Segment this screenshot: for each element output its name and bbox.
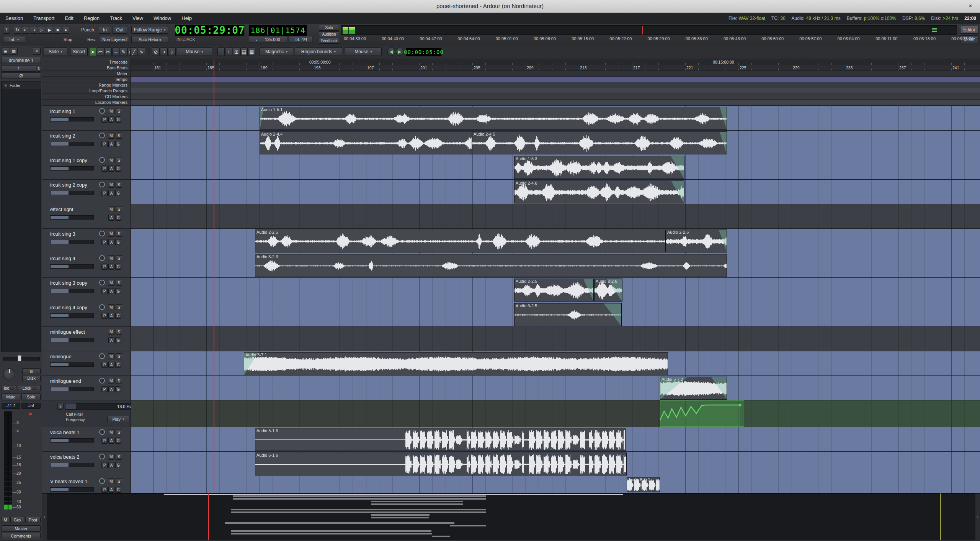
track-header-v-beats-moved-1[interactable]: V beats moved 1MSPAG xyxy=(42,476,131,493)
record-enable-button[interactable] xyxy=(99,182,105,187)
track-gain-fader[interactable] xyxy=(50,142,94,146)
loop-toggle-button[interactable]: ↻ xyxy=(14,26,21,34)
track-solo-button[interactable]: S xyxy=(116,378,122,384)
editor-canvas[interactable]: 00:05:00:0000:15:00:00181185189193197201… xyxy=(131,58,980,493)
ruler-row-2[interactable] xyxy=(131,71,980,77)
ruler-row-7[interactable] xyxy=(131,100,980,105)
sync-source-button[interactable]: Int. xyxy=(3,36,25,43)
secondary-clock[interactable]: 186|01|1574 xyxy=(249,25,307,36)
mouse-mode-dropdown[interactable]: Mouse xyxy=(177,48,212,56)
track-solo-button[interactable]: S xyxy=(116,329,122,335)
group-button[interactable]: G xyxy=(115,116,121,123)
nudge-forward-button[interactable]: ▶ xyxy=(396,48,403,56)
punch-in-button[interactable]: In xyxy=(99,26,111,34)
track-gain-fader[interactable] xyxy=(50,264,94,269)
track-solo-button[interactable]: S xyxy=(116,182,122,188)
titlebar[interactable]: pouet-shortened - Ardour (on Nordinateur… xyxy=(0,0,980,13)
track-lane-calf-filter-frequency[interactable] xyxy=(131,400,980,427)
nudge-backward-icon[interactable]: ⊘ xyxy=(152,48,160,56)
region-fade-out[interactable] xyxy=(720,107,727,130)
audio-region[interactable]: Audio 5-7.1 xyxy=(244,352,668,375)
ruler-label-location-markers[interactable]: Location Markers xyxy=(42,100,131,105)
nudge-forward-icon[interactable]: ◑ xyxy=(160,48,168,56)
track-solo-button[interactable]: S xyxy=(116,206,122,212)
track-lane-effect-right[interactable] xyxy=(131,204,980,229)
punch-out-button[interactable]: Out xyxy=(113,26,127,34)
track-lane-minilogue-effect[interactable] xyxy=(131,327,980,351)
ruler-row-1[interactable]: 1811851891931972012052092132172212252292… xyxy=(131,65,980,71)
track-gain-fader[interactable] xyxy=(50,338,94,342)
comments-button[interactable]: Comments xyxy=(2,533,41,539)
track-lane-minilogue[interactable]: Audio 5-7.1 xyxy=(131,351,980,376)
monitor-disk-button[interactable]: Disk xyxy=(22,375,41,381)
automation-button[interactable]: A xyxy=(108,487,114,493)
track-solo-button[interactable]: S xyxy=(116,478,122,484)
tool-draw-icon[interactable]: ✎ xyxy=(120,48,127,56)
go-end-button[interactable]: ⇥ xyxy=(30,26,37,34)
track-solo-button[interactable]: S xyxy=(116,255,122,261)
peak-display[interactable]: -inf xyxy=(21,403,41,409)
region-fade-out[interactable] xyxy=(720,132,727,154)
track-solo-button[interactable]: S xyxy=(116,231,122,237)
record-enable-button[interactable] xyxy=(99,157,105,163)
mute-button[interactable]: Mute xyxy=(2,393,20,400)
track-mute-button[interactable]: M xyxy=(108,133,114,139)
tool-object-icon[interactable]: ➤ xyxy=(89,48,96,56)
record-enable-button[interactable] xyxy=(99,304,105,310)
region-fade-out[interactable] xyxy=(671,181,684,203)
audio-region[interactable]: Audio 3-2.5 xyxy=(514,303,622,326)
track-lane-ircuit-sing-3[interactable]: Audio 2-2.5Audio 2-2.6 xyxy=(131,229,980,253)
zoom-mode-icon[interactable]: ▤ xyxy=(240,48,248,56)
group-button[interactable]: G xyxy=(115,362,121,368)
trim-knob[interactable] xyxy=(3,368,15,380)
ruler-row-3[interactable] xyxy=(131,77,980,82)
strip-input-button[interactable]: 1 xyxy=(1,65,36,72)
strip-track-name-button[interactable]: drumbrute 1 xyxy=(1,57,41,64)
track-gain-fader[interactable] xyxy=(50,117,94,121)
track-lane-volca-beats-1[interactable]: Audio 5-1.6 xyxy=(131,427,980,452)
ruler-label-meter[interactable]: Meter xyxy=(42,71,131,77)
region-fade-out[interactable] xyxy=(583,279,593,301)
track-header-ircuit-sing-4-copy[interactable]: ircuit sing 4 copyMSPAG xyxy=(42,302,131,327)
track-lane-ircuit-sing-1-copy[interactable]: Audio 1-5.3 xyxy=(131,155,980,180)
track-gain-fader[interactable] xyxy=(50,463,94,467)
primary-clock[interactable]: 00:05:29:07 xyxy=(175,25,245,36)
playlist-button[interactable]: P xyxy=(101,116,108,123)
post-button[interactable]: Post xyxy=(25,517,41,523)
solo-lock-button[interactable]: Lock xyxy=(18,385,41,391)
track-gain-fader[interactable] xyxy=(50,387,94,391)
record-enable-button[interactable] xyxy=(99,378,105,384)
group-button[interactable]: G xyxy=(115,190,121,196)
group-button[interactable]: G xyxy=(115,264,121,270)
playlist-button[interactable]: P xyxy=(101,239,108,245)
tool-content-icon[interactable]: ∿ xyxy=(138,48,145,56)
track-header-calf-filter-frequency[interactable]: ×18.0 HzCalf FilterFrequencyPlay xyxy=(42,400,131,427)
summary-scroll-left-icon[interactable]: ‹ xyxy=(42,493,47,540)
ruler-label-timecode[interactable]: Timecode xyxy=(42,59,131,65)
close-window-icon[interactable]: × xyxy=(965,0,976,12)
track-mute-button[interactable]: M xyxy=(108,378,114,384)
playlist-button[interactable]: P xyxy=(101,386,108,392)
track-solo-button[interactable]: S xyxy=(116,108,122,114)
automation-button[interactable]: A xyxy=(108,288,114,294)
play-button[interactable]: ▶ xyxy=(46,26,53,34)
automation-button[interactable]: A xyxy=(108,116,114,123)
playlist-button[interactable]: P xyxy=(101,166,108,172)
midi-panic-button[interactable]: ! xyxy=(3,26,10,34)
ruler-row-6[interactable] xyxy=(131,94,980,100)
group-button[interactable]: G xyxy=(115,462,121,468)
record-enable-button[interactable] xyxy=(99,280,105,285)
automation-button[interactable]: A xyxy=(108,386,114,392)
ruler-canvas[interactable]: 00:05:00:0000:15:00:00181185189193197201… xyxy=(131,59,980,105)
audio-region[interactable]: Audio 1-5.3 xyxy=(514,156,684,179)
track-header-ircuit-sing-4[interactable]: ircuit sing 4MSPAG xyxy=(42,253,131,278)
playlist-button[interactable]: P xyxy=(101,487,108,493)
track-lane-ircuit-sing-3-copy[interactable]: Audio 2-2.5Audio 2-2.6 xyxy=(131,278,980,302)
automation-button[interactable]: A xyxy=(108,239,114,245)
audio-region[interactable]: Audio 5-1.2 xyxy=(627,477,660,492)
tool-range-icon[interactable]: ▭ xyxy=(97,48,104,56)
ruler-label-range-markers[interactable]: Range Markers xyxy=(42,82,131,88)
summary-scroll-right-icon[interactable]: › xyxy=(975,493,980,540)
grid-options-icon[interactable]: ▦ xyxy=(248,48,255,56)
record-enable-button[interactable] xyxy=(99,353,105,359)
